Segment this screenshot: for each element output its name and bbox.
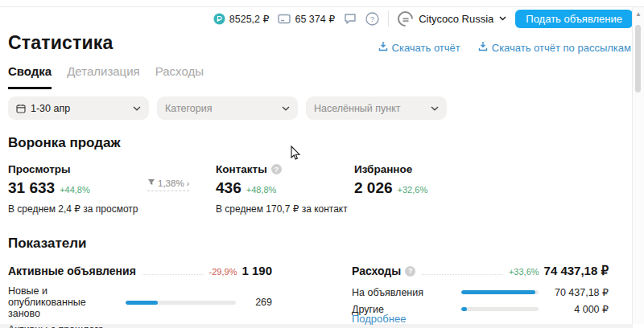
metric-contacts-label: Контакты bbox=[216, 163, 267, 175]
active-ads-total: 1 190 bbox=[242, 264, 272, 277]
chevron-down-icon bbox=[431, 106, 439, 111]
messages-button[interactable] bbox=[344, 13, 357, 25]
mouse-cursor-icon bbox=[291, 146, 301, 164]
submit-ad-button[interactable]: Подать объявление bbox=[515, 10, 633, 28]
category-placeholder: Категория bbox=[165, 103, 282, 114]
download-icon bbox=[378, 41, 388, 54]
contacts-help-icon[interactable]: ? bbox=[271, 164, 282, 174]
date-range-value: 1-30 апр bbox=[31, 103, 133, 114]
card-amount: 65 374 ₽ bbox=[295, 13, 335, 25]
expenses-change: +33,6% bbox=[509, 267, 539, 277]
row-value: 4 000 ₽ bbox=[546, 303, 609, 315]
user-menu[interactable]: Citycoco Russia bbox=[398, 11, 506, 27]
funnel-icon bbox=[147, 178, 155, 188]
chevron-down-icon bbox=[282, 106, 290, 111]
download-icon bbox=[478, 41, 488, 54]
expenses-help-icon[interactable]: ? bbox=[405, 266, 415, 277]
tab-summary[interactable]: Сводка bbox=[8, 64, 52, 89]
row-label: На объявления bbox=[352, 287, 454, 298]
wallet-balance[interactable]: 8525,2 ₽ bbox=[213, 13, 270, 25]
wallet-amount: 8525,2 ₽ bbox=[229, 13, 270, 25]
download-mailing-report-link[interactable]: Скачать отчёт по рассылкам bbox=[478, 41, 631, 54]
row-value: 70 437,18 ₽ bbox=[546, 286, 609, 298]
help-circle-icon: ? bbox=[365, 12, 379, 26]
date-range-select[interactable]: 1-30 апр bbox=[8, 96, 149, 120]
metric-views-change: +44,8% bbox=[60, 185, 90, 195]
download-report-link[interactable]: Скачать отчёт bbox=[378, 41, 460, 54]
chevron-down-icon bbox=[133, 106, 141, 111]
metric-views: Просмотры 31 633 +44,8% В среднем 2,4 ₽ … bbox=[8, 163, 138, 215]
user-logo-icon bbox=[394, 8, 416, 30]
tab-expenses[interactable]: Расходы bbox=[155, 64, 204, 89]
card-balance[interactable]: 65 374 ₽ bbox=[278, 13, 335, 25]
metric-favorites-change: +32,6% bbox=[398, 185, 428, 195]
row-bar bbox=[126, 301, 236, 305]
dotted-leader bbox=[422, 274, 502, 275]
row-bar bbox=[461, 290, 539, 294]
top-divider bbox=[0, 6, 644, 7]
expenses-block: Расходы ? +33,6% 74 437,18 ₽ На объявлен… bbox=[352, 264, 609, 315]
metric-contacts: Контакты ? 436 +48,8% В среднем 170,7 ₽ … bbox=[216, 163, 348, 215]
top-header: 8525,2 ₽ 65 374 ₽ ? Citycoco Russia bbox=[213, 9, 633, 28]
row-label: Активны с прошлого периода bbox=[8, 324, 118, 328]
scrollbar-up-arrow-icon[interactable]: ▲ bbox=[633, 10, 644, 18]
expenses-total: 74 437,18 ₽ bbox=[544, 264, 609, 278]
location-placeholder: Населённый пункт bbox=[314, 103, 431, 114]
indicators-section-title: Показатели bbox=[8, 236, 86, 252]
row-bar-fill bbox=[461, 290, 535, 294]
metric-favorites: Избранное 2 026 +32,6% bbox=[354, 163, 427, 197]
row-bar-fill bbox=[126, 301, 158, 305]
tab-details[interactable]: Детализация bbox=[67, 64, 140, 89]
expenses-more-link[interactable]: Подробнее bbox=[352, 313, 406, 325]
scrollbar-thumb[interactable] bbox=[635, 25, 641, 92]
user-name: Citycoco Russia bbox=[419, 13, 493, 25]
wallet-coin-icon bbox=[213, 13, 225, 25]
arrow-right-icon: › bbox=[187, 178, 190, 188]
download-mailing-report-label: Скачать отчёт по рассылкам bbox=[492, 42, 631, 54]
metric-favorites-value: 2 026 bbox=[354, 179, 393, 197]
row-label: Новые и опубликованные заново bbox=[8, 285, 118, 319]
metric-contacts-subtitle: В среднем 170,7 ₽ за контакт bbox=[216, 203, 348, 215]
header-divider bbox=[388, 10, 389, 27]
metric-views-subtitle: В среднем 2,4 ₽ за просмотр bbox=[8, 203, 138, 215]
vertical-scrollbar[interactable]: ▲ bbox=[632, 7, 644, 324]
active-ads-block: Активные объявления -29,9% 1 190 Новые и… bbox=[8, 264, 272, 328]
filter-bar: 1-30 апр Категория Населённый пункт bbox=[8, 96, 447, 120]
download-report-label: Скачать отчёт bbox=[392, 42, 460, 54]
active-ads-row-previous: Активны с прошлого периода 921 bbox=[8, 324, 272, 328]
conversion-value: 1,38% bbox=[158, 178, 184, 188]
metric-contacts-change: +48,8% bbox=[246, 185, 277, 195]
active-ads-title: Активные объявления bbox=[8, 264, 136, 277]
bonus-card-icon bbox=[278, 14, 291, 24]
expenses-title: Расходы bbox=[352, 264, 401, 277]
views-to-contacts-conversion[interactable]: 1,38% › bbox=[147, 178, 189, 191]
metric-views-label: Просмотры bbox=[8, 163, 138, 175]
row-bar-fill bbox=[461, 307, 467, 311]
chat-icon bbox=[344, 13, 357, 25]
download-links: Скачать отчёт Скачать отчёт по рассылкам bbox=[378, 41, 631, 54]
metric-contacts-value: 436 bbox=[216, 179, 242, 197]
funnel-section-title: Воронка продаж bbox=[8, 135, 121, 151]
active-ads-change: -29,9% bbox=[209, 267, 237, 277]
location-select[interactable]: Населённый пункт bbox=[306, 96, 447, 120]
metric-views-value: 31 633 bbox=[8, 179, 55, 197]
active-ads-row-new: Новые и опубликованные заново 269 bbox=[8, 285, 272, 319]
help-button[interactable]: ? bbox=[365, 12, 379, 26]
svg-text:?: ? bbox=[370, 14, 374, 23]
expenses-row-ads: На объявления 70 437,18 ₽ bbox=[352, 286, 609, 298]
dotted-leader bbox=[142, 274, 203, 275]
page-title: Статистика bbox=[8, 32, 114, 54]
category-select[interactable]: Категория bbox=[157, 96, 298, 120]
metric-favorites-label: Избранное bbox=[354, 163, 427, 175]
calendar-icon bbox=[16, 104, 26, 113]
statistics-page: 8525,2 ₽ 65 374 ₽ ? Citycoco Russia bbox=[0, 0, 644, 328]
tab-bar: Сводка Детализация Расходы bbox=[8, 64, 204, 89]
row-bar bbox=[461, 307, 539, 311]
row-value: 269 bbox=[243, 297, 272, 308]
chevron-down-icon bbox=[499, 16, 506, 21]
